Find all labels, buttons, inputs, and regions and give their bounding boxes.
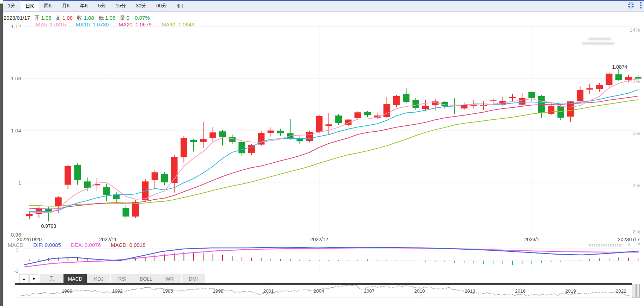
indicator-tab-row: ▲ ▼ 无MACDKDJRSIBOLLWRDMI bbox=[19, 274, 205, 283]
navigator-year-label: 2004 bbox=[314, 288, 324, 294]
candle bbox=[181, 136, 187, 163]
candle bbox=[480, 101, 487, 110]
high-annotation: 1.0874 bbox=[612, 64, 627, 70]
navigator-year-label: 2010 bbox=[414, 288, 425, 294]
navigator-handle-left[interactable] bbox=[632, 284, 636, 298]
candle bbox=[277, 129, 284, 136]
period-tab-周K[interactable]: 周K bbox=[39, 1, 57, 11]
y-axis-right-label: 14% bbox=[630, 27, 640, 33]
candle bbox=[113, 192, 120, 202]
period-tab-30分[interactable]: 30分 bbox=[131, 1, 151, 11]
candle bbox=[587, 84, 593, 94]
candle bbox=[123, 205, 129, 219]
y-axis-left-label: 1.12 bbox=[11, 23, 21, 29]
indicator-tab-MACD[interactable]: MACD bbox=[63, 274, 87, 283]
macd-pane[interactable]: 1-1 bbox=[0, 246, 644, 276]
volume-value: 0 bbox=[127, 15, 129, 21]
candle bbox=[45, 207, 52, 221]
y-axis-left-label: 1.04 bbox=[11, 127, 21, 133]
collapse-icon[interactable] bbox=[627, 1, 635, 9]
indicator-tab-KDJ[interactable]: KDJ bbox=[87, 274, 111, 283]
candle bbox=[403, 88, 409, 103]
candle bbox=[297, 137, 303, 144]
navigator-year-label: 1992 bbox=[112, 288, 123, 294]
low-value: 1.08 bbox=[105, 15, 115, 21]
candle bbox=[74, 163, 81, 185]
period-tab-60分[interactable]: 60分 bbox=[151, 1, 172, 11]
candle bbox=[519, 93, 525, 106]
candle bbox=[364, 111, 371, 117]
x-axis-date-label: 2022/11 bbox=[99, 237, 117, 242]
navigator-year-label: 2001 bbox=[263, 288, 274, 294]
y-axis-left-label: 1 bbox=[18, 180, 21, 186]
candle bbox=[499, 97, 506, 106]
low-label: 低 bbox=[98, 15, 104, 21]
indicator-tabs: 无MACDKDJRSIBOLLWRDMI bbox=[40, 274, 205, 283]
candle bbox=[393, 95, 400, 107]
period-tab-日K[interactable]: 日K bbox=[20, 0, 39, 11]
y-axis-right-label: -2% bbox=[631, 229, 640, 235]
open-label: 开 bbox=[34, 15, 40, 21]
change-percent: -0.07% bbox=[133, 15, 150, 21]
kline-period-tabbar: 1分日K周K月K年K5分15分30分60分4H bbox=[3, 0, 644, 12]
y-axis-right-label: 6% bbox=[632, 130, 640, 136]
volume-label: 量 bbox=[120, 15, 125, 21]
indicator-tab-WR[interactable]: WR bbox=[158, 274, 182, 283]
main-candlestick-chart[interactable]: 1.121.081.0410.9614%10%6%2%-2%2022/10/20… bbox=[0, 21, 644, 239]
candle bbox=[596, 83, 603, 92]
indicator-down-button[interactable]: ▼ bbox=[29, 274, 38, 283]
timeline-navigator[interactable]: 1989199219951998200120042007201020132016… bbox=[0, 285, 644, 300]
high-value: 1.08 bbox=[62, 15, 73, 21]
period-tab-4H[interactable]: 4H bbox=[171, 1, 188, 11]
period-tab-15分[interactable]: 15分 bbox=[111, 1, 131, 11]
candle bbox=[209, 127, 216, 141]
navigator-year-label: 2022 bbox=[616, 288, 626, 294]
open-value: 1.08 bbox=[41, 15, 51, 21]
close-value: 1.08 bbox=[84, 15, 94, 21]
candle bbox=[577, 86, 583, 103]
ma30-line bbox=[29, 100, 638, 206]
navigator-year-label: 1995 bbox=[163, 288, 173, 294]
candle bbox=[615, 69, 622, 81]
candle bbox=[558, 105, 564, 120]
candle bbox=[413, 98, 419, 110]
period-tab-月K[interactable]: 月K bbox=[57, 1, 75, 11]
navigator-year-label: 1989 bbox=[62, 288, 72, 294]
navigator-year-label: 2019 bbox=[565, 288, 576, 294]
candle bbox=[200, 122, 207, 148]
indicator-tab-BOLL[interactable]: BOLL bbox=[134, 274, 158, 283]
x-axis-date-label: 2022/12 bbox=[310, 237, 328, 242]
period-tab-年K[interactable]: 年K bbox=[75, 1, 93, 11]
candle bbox=[345, 119, 352, 126]
kebab-menu-icon[interactable] bbox=[640, 1, 642, 9]
candle bbox=[354, 111, 361, 119]
dea-line bbox=[24, 248, 639, 267]
indicator-tab-DMI[interactable]: DMI bbox=[182, 274, 205, 283]
candle bbox=[383, 97, 390, 118]
candle bbox=[65, 164, 71, 189]
period-tab-5分[interactable]: 5分 bbox=[93, 1, 111, 11]
indicator-up-button[interactable]: ▲ bbox=[19, 274, 29, 283]
topbar-icons bbox=[627, 1, 642, 9]
period-tab-1分[interactable]: 1分 bbox=[3, 1, 20, 11]
dif-line bbox=[24, 247, 639, 265]
candle bbox=[326, 113, 332, 135]
candle bbox=[461, 102, 468, 110]
candle bbox=[161, 172, 168, 186]
candle bbox=[258, 131, 265, 146]
candle bbox=[548, 103, 554, 115]
candle bbox=[268, 127, 274, 137]
indicator-tab-无[interactable]: 无 bbox=[40, 274, 63, 283]
navigator-year-label: 2007 bbox=[364, 288, 375, 294]
low-annotation: 0.9703 bbox=[41, 223, 56, 229]
ohlc-info-bar: 2023/01/17 开 1.08 高 1.08 收 1.08 低 1.08 量… bbox=[4, 15, 150, 21]
macd-scale-minus1: -1 bbox=[14, 268, 18, 274]
navigator-year-label: 1998 bbox=[213, 288, 223, 294]
candle bbox=[306, 131, 313, 142]
candle bbox=[238, 141, 245, 156]
x-axis-date-label: 2023/1 bbox=[524, 237, 540, 242]
info-date: 2023/01/17 bbox=[4, 15, 30, 21]
navigator-handle-right[interactable] bbox=[636, 284, 640, 298]
indicator-tab-RSI[interactable]: RSI bbox=[111, 274, 134, 283]
candle bbox=[84, 177, 91, 191]
